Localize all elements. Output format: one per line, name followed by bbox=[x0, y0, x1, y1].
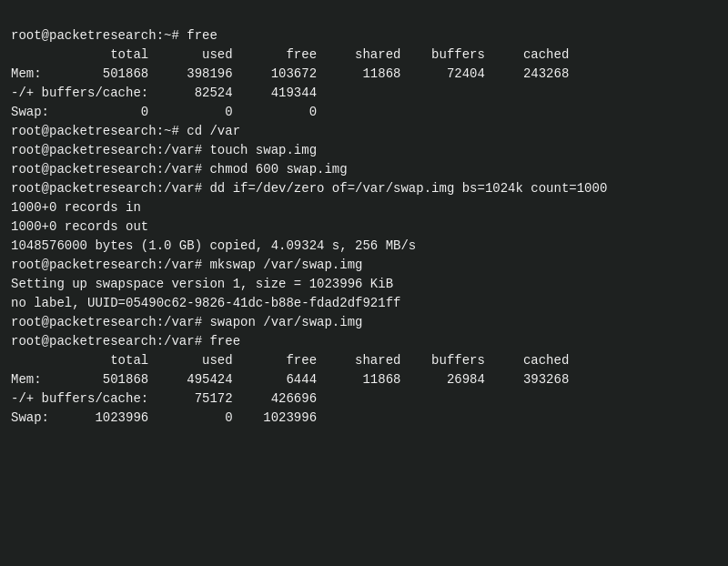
terminal-line-free2-buffers: -/+ buffers/cache: 75172 426696 bbox=[11, 389, 717, 409]
terminal-line-free2-swap: Swap: 1023996 0 1023996 bbox=[11, 409, 717, 428]
terminal-line-cmd7: root@packetresearch:/var# swapon /var/sw… bbox=[11, 313, 717, 332]
terminal-line-dd3: 1048576000 bytes (1.0 GB) copied, 4.0932… bbox=[11, 237, 717, 256]
terminal-line-mkswap2: no label, UUID=05490c62-9826-41dc-b88e-f… bbox=[11, 294, 717, 313]
terminal-line-free2-header: total used free shared buffers cached bbox=[11, 351, 717, 370]
terminal-line-cmd6: root@packetresearch:/var# mkswap /var/sw… bbox=[11, 256, 717, 275]
terminal-line-free1-mem: Mem: 501868 398196 103672 11868 72404 24… bbox=[11, 65, 717, 84]
terminal-line-cmd2: root@packetresearch:~# cd /var bbox=[11, 122, 717, 141]
terminal-line-free1-buffers: -/+ buffers/cache: 82524 419344 bbox=[11, 84, 717, 103]
terminal-line-cmd3: root@packetresearch:/var# touch swap.img bbox=[11, 141, 717, 160]
terminal-line-free1-header: total used free shared buffers cached bbox=[11, 45, 717, 65]
terminal-line-dd1: 1000+0 records in bbox=[11, 198, 717, 217]
terminal-line-cmd5: root@packetresearch:/var# dd if=/dev/zer… bbox=[11, 179, 717, 198]
terminal-line-cmd1: root@packetresearch:~# free bbox=[11, 26, 717, 45]
terminal-line-dd2: 1000+0 records out bbox=[11, 217, 717, 237]
terminal-line-cmd4: root@packetresearch:/var# chmod 600 swap… bbox=[11, 160, 717, 179]
terminal-window: root@packetresearch:~# free total used f… bbox=[11, 7, 717, 428]
terminal-line-free2-mem: Mem: 501868 495424 6444 11868 26984 3932… bbox=[11, 370, 717, 389]
terminal-line-free1-swap: Swap: 0 0 0 bbox=[11, 103, 717, 122]
terminal-line-cmd8: root@packetresearch:/var# free bbox=[11, 332, 717, 351]
terminal-line-mkswap1: Setting up swapspace version 1, size = 1… bbox=[11, 275, 717, 294]
